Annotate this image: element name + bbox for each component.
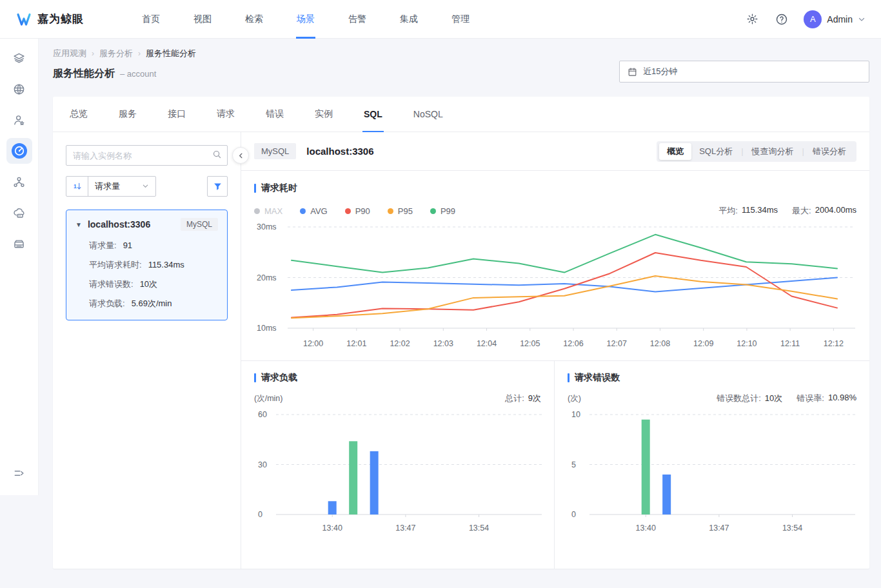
instance-metrics: 请求量: 91 平均请求耗时: 115.34ms 请求错误数 [75, 236, 218, 313]
main-menu-item[interactable]: 管理 [449, 0, 472, 39]
sort-order-icon[interactable]: 1 [66, 177, 88, 196]
stat-label: 错误率: [797, 393, 824, 404]
main-menu-item[interactable]: 告警 [346, 0, 369, 39]
metric-label: 请求负载: [89, 294, 125, 313]
section-tab[interactable]: 接口 [166, 97, 187, 132]
legend-item[interactable]: P90 [345, 206, 370, 216]
stat: 错误数总计: 10次 [717, 393, 782, 404]
main-menu-item[interactable]: 集成 [397, 0, 421, 39]
segment-separator: | [740, 146, 744, 156]
legend-item[interactable]: AVG [300, 206, 328, 216]
main-menu-item[interactable]: 检索 [243, 0, 266, 39]
main-menu-item[interactable]: 场景 [294, 0, 317, 39]
svg-text:0: 0 [571, 510, 576, 519]
filter-button[interactable] [207, 176, 228, 197]
metric-value: 5.69次/min [132, 294, 172, 313]
latency-line-chart[interactable]: 30ms20ms10ms12:0012:0112:0212:0312:0412:… [254, 219, 856, 351]
section-tab[interactable]: 服务 [117, 97, 138, 132]
legend-item[interactable]: MAX [254, 206, 282, 216]
legend-label: P99 [440, 206, 455, 216]
collapse-panel-button[interactable] [232, 147, 249, 164]
section-tab[interactable]: 错误 [264, 97, 285, 132]
page-title: 服务性能分析 [53, 67, 115, 81]
main-menu-item[interactable]: 视图 [191, 0, 214, 39]
section-tab[interactable]: 总览 [68, 97, 89, 132]
stat: 错误率: 10.98% [797, 393, 856, 404]
icon-sidebar [0, 39, 39, 495]
instance-metric-row: 请求错误数: 10次 [89, 275, 218, 294]
legend-item[interactable]: P99 [430, 206, 455, 216]
caret-down-icon[interactable]: ▼ [75, 221, 82, 228]
expand-sidebar-icon[interactable] [13, 467, 26, 482]
errors-stats: 错误数总计: 10次 错误率: 10.98% [717, 393, 856, 404]
errors-bar-chart[interactable]: 105013:4013:4713:54 [568, 407, 855, 536]
legend-item[interactable]: P95 [388, 206, 413, 216]
instance-metric-row: 请求负载: 5.69次/min [89, 294, 218, 313]
time-range-picker[interactable]: 近15分钟 [619, 61, 869, 83]
analysis-view-tab[interactable]: 概览 [659, 143, 691, 160]
main-menu-item[interactable]: 首页 [139, 0, 163, 39]
breadcrumb: 应用观测›服务分析›服务性能分析 [53, 48, 196, 59]
legend-dot [254, 208, 260, 214]
section-tab[interactable]: NoSQL [412, 97, 444, 132]
instance-card[interactable]: ▼ localhost:3306 MySQL 请求量: 91 [66, 210, 228, 320]
svg-text:5: 5 [571, 460, 576, 469]
svg-text:12:07: 12:07 [607, 339, 627, 348]
settings-icon[interactable] [744, 12, 760, 27]
analysis-view-tab[interactable]: 错误分析 [805, 143, 854, 160]
calendar-icon [628, 67, 637, 77]
instance-search-input[interactable] [66, 145, 228, 166]
analysis-view-tab[interactable]: SQL分析 [691, 143, 740, 160]
latency-section: 请求耗时 MAX [241, 171, 869, 351]
breadcrumb-item[interactable]: 服务分析 [99, 48, 133, 59]
metric-value: 115.34ms [148, 255, 184, 275]
metric-label: 请求量: [89, 236, 117, 255]
load-bar-chart[interactable]: 6030013:4013:4713:54 [254, 407, 542, 536]
sort-control[interactable]: 1 请求量 [66, 176, 156, 197]
gauge-icon[interactable] [0, 135, 39, 166]
load-stats: 总计: 9次 [505, 393, 541, 404]
svg-text:13:47: 13:47 [709, 524, 729, 533]
host-icon[interactable] [0, 228, 39, 259]
stat: 总计: 9次 [505, 393, 541, 404]
svg-text:12:01: 12:01 [346, 339, 366, 348]
breadcrumb-item[interactable]: 服务性能分析 [146, 48, 196, 59]
user-star-icon[interactable] [0, 104, 39, 135]
section-tab[interactable]: 请求 [215, 97, 236, 132]
instance-name: localhost:3306 [88, 219, 150, 230]
help-icon[interactable] [774, 12, 789, 27]
svg-text:12:00: 12:00 [303, 339, 323, 348]
svg-text:13:40: 13:40 [636, 524, 656, 533]
main-menu: 首页视图检索场景告警集成管理 [139, 0, 500, 39]
topology-icon[interactable] [0, 166, 39, 197]
breadcrumb-item[interactable]: 应用观测 [53, 48, 86, 59]
cloud-host-icon[interactable] [0, 197, 39, 228]
svg-text:1: 1 [74, 183, 77, 190]
stat-value: 9次 [528, 393, 541, 404]
search-icon[interactable] [212, 150, 222, 162]
analysis-view-tab[interactable]: 慢查询分析 [744, 143, 802, 160]
legend-label: AVG [310, 206, 328, 216]
user-menu[interactable]: A Admin [804, 10, 866, 28]
section-tab[interactable]: 实例 [313, 97, 334, 132]
svg-text:0: 0 [258, 510, 262, 519]
stat-label: 最大: [792, 205, 811, 217]
brand-logo[interactable]: 嘉为鲸眼 [15, 11, 112, 28]
main-panel: 总览服务接口请求错误实例SQLNoSQL [53, 97, 869, 569]
svg-text:30ms: 30ms [257, 222, 277, 231]
errors-unit: (次) [568, 393, 581, 404]
metric-value: 10次 [140, 275, 157, 294]
instance-list-panel: 1 请求量 [53, 132, 241, 569]
sort-field-select[interactable]: 请求量 [88, 177, 155, 196]
section-tab[interactable]: SQL [362, 97, 384, 132]
load-unit: (次/min) [254, 393, 282, 404]
chevron-left-icon [237, 152, 244, 159]
layers-icon[interactable] [0, 43, 39, 74]
stat-value: 10.98% [828, 393, 856, 404]
brand-name: 嘉为鲸眼 [37, 12, 84, 26]
instance-metric-row: 平均请求耗时: 115.34ms [89, 255, 218, 275]
sort-field-value: 请求量 [95, 181, 120, 192]
stat-label: 总计: [505, 393, 524, 404]
globe-icon[interactable] [0, 74, 39, 104]
metric-label: 平均请求耗时: [89, 255, 142, 275]
